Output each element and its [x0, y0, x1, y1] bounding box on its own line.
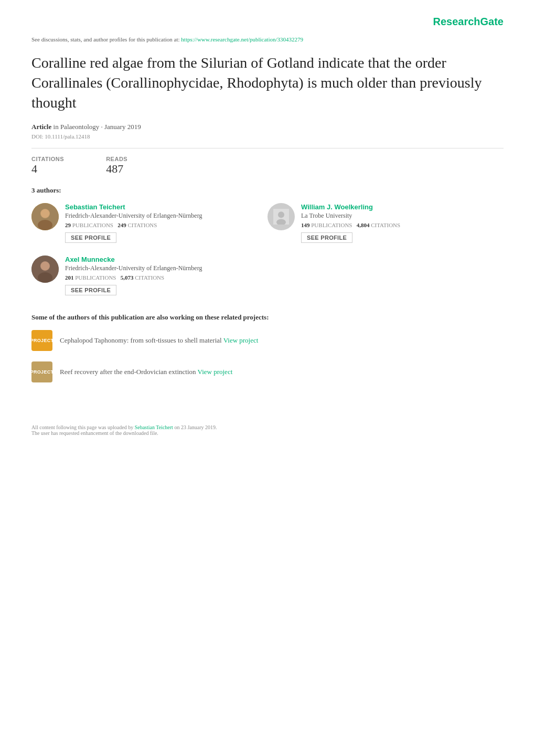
author-cites-2: 5,073 [121, 274, 134, 281]
svg-point-10 [41, 262, 49, 270]
author-info-0: Sebastian Teichert Friedrich-Alexander-U… [65, 203, 268, 243]
stats-row: CITATIONS 4 READS 487 [31, 156, 504, 176]
see-profile-button-0[interactable]: SEE PROFILE [65, 232, 116, 243]
author-avatar-img-2 [31, 255, 59, 283]
project-desc-0: Cephalopod Taphonomy: from soft-tissues … [60, 336, 223, 344]
top-notice-link[interactable]: https://www.researchgate.net/publication… [181, 36, 303, 42]
project-item-0: Project Cephalopod Taphonomy: from soft-… [31, 330, 504, 351]
author-affiliation-0: Friedrich-Alexander-University of Erlang… [65, 212, 268, 220]
related-projects-heading: Some of the authors of this publication … [31, 313, 504, 322]
project-text-0: Cephalopod Taphonomy: from soft-tissues … [60, 336, 258, 345]
footer-text-before: All content following this page was uplo… [31, 424, 135, 430]
authors-heading: 3 authors: [31, 186, 504, 195]
author-stats-1: 149 PUBLICATIONS 4,804 CITATIONS [301, 222, 504, 228]
citations-block: CITATIONS 4 [31, 156, 64, 176]
footer-disclaimer: The user has requested enhancement of th… [31, 430, 504, 436]
project-link-1[interactable]: View project [198, 368, 233, 376]
article-doi: DOI: 10.1111/pala.12418 [31, 133, 504, 140]
author-avatar-0 [31, 203, 59, 230]
author-avatar-1 [268, 203, 295, 230]
header: ResearchGate [31, 16, 504, 28]
author-stats-2: 201 PUBLICATIONS 5,073 CITATIONS [65, 274, 504, 281]
author-info-1: William J. Woelkerling La Trobe Universi… [301, 203, 504, 243]
project-badge-text-0: Project [30, 338, 54, 343]
citations-label: CITATIONS [31, 156, 64, 162]
brand-logo: ResearchGate [433, 16, 504, 28]
svg-point-9 [38, 272, 52, 283]
svg-point-3 [41, 209, 49, 218]
reads-value: 487 [106, 162, 127, 176]
author-cites-1: 4,804 [357, 222, 370, 228]
author-card-2: Axel Munnecke Friedrich-Alexander-Univer… [31, 255, 504, 295]
project-link-0[interactable]: View project [223, 336, 259, 344]
top-notice: See discussions, stats, and author profi… [31, 36, 504, 42]
see-profile-button-2[interactable]: SEE PROFILE [65, 285, 116, 295]
author-avatar-img-1 [273, 209, 289, 225]
author-name-1[interactable]: William J. Woelkerling [301, 203, 504, 211]
author-pubs-0: 29 [65, 222, 71, 228]
reads-label: READS [106, 156, 127, 162]
top-notice-text: See discussions, stats, and author profi… [31, 36, 181, 42]
author-avatar-img-0 [31, 203, 59, 230]
author-name-0[interactable]: Sebastian Teichert [65, 203, 268, 211]
author-pubs-2: 201 [65, 274, 74, 281]
divider-1 [31, 148, 504, 148]
project-badge-1: Project [31, 361, 52, 382]
author-pubs-1: 149 [301, 222, 310, 228]
authors-grid: Sebastian Teichert Friedrich-Alexander-U… [31, 203, 504, 308]
author-affiliation-2: Friedrich-Alexander-University of Erlang… [65, 264, 504, 272]
author-info-2: Axel Munnecke Friedrich-Alexander-Univer… [65, 255, 504, 295]
article-title: Coralline red algae from the Silurian of… [31, 53, 504, 112]
footer-upload-line: All content following this page was uplo… [31, 424, 504, 430]
footer-uploader-link[interactable]: Sebastian Teichert [135, 424, 173, 430]
reads-block: READS 487 [106, 156, 127, 176]
author-card-1: William J. Woelkerling La Trobe Universi… [268, 203, 504, 243]
citations-value: 4 [31, 162, 64, 176]
author-name-2[interactable]: Axel Munnecke [65, 255, 504, 263]
author-card-0: Sebastian Teichert Friedrich-Alexander-U… [31, 203, 268, 243]
page-wrapper: ResearchGate See discussions, stats, and… [0, 0, 535, 467]
project-badge-0: Project [31, 330, 52, 351]
svg-point-2 [38, 220, 52, 230]
footer-text-after: on 23 January 2019. [173, 424, 217, 430]
article-journal: Palaeontology · January 2019 [60, 123, 141, 131]
author-cites-0: 249 [117, 222, 126, 228]
article-meta: Article in Palaeontology · January 2019 [31, 123, 504, 131]
project-item-1: Project Reef recovery after the end-Ordo… [31, 361, 504, 382]
project-text-1: Reef recovery after the end-Ordovician e… [60, 368, 232, 376]
author-affiliation-1: La Trobe University [301, 212, 504, 220]
see-profile-button-1[interactable]: SEE PROFILE [301, 232, 352, 243]
footer: All content following this page was uplo… [31, 424, 504, 436]
svg-point-5 [278, 212, 284, 218]
article-type-preposition: in [54, 123, 59, 131]
author-avatar-2 [31, 255, 59, 283]
author-stats-0: 29 PUBLICATIONS 249 CITATIONS [65, 222, 268, 228]
article-type: Article [31, 123, 51, 131]
project-badge-text-1: Project [30, 369, 54, 375]
project-desc-1: Reef recovery after the end-Ordovician e… [60, 368, 198, 376]
